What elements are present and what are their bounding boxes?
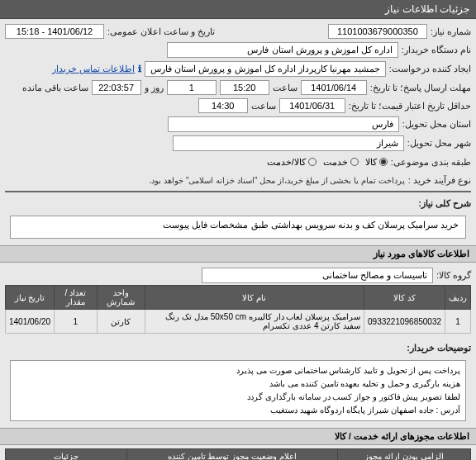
td-name: سرامیک پرسلان لعاب دار کالیبره 50x50 cm … [145, 310, 364, 334]
validity-label: حداقل تاریخ اعتبار قیمت؛ تا تاریخ: [349, 101, 471, 111]
td-qty: 1 [55, 310, 98, 334]
buyer-value: اداره کل اموزش و پرورش استان فارس [167, 42, 398, 58]
td-code: 0933221096850032 [364, 310, 445, 334]
process-label: نوع فرآیند خرید : [408, 175, 471, 186]
desc-box: خرید سرامیک پرسلان کف و بدنه سرویس بهداش… [10, 216, 466, 239]
time-label-2: ساعت [251, 101, 276, 111]
radio-goods[interactable]: کالا [365, 157, 388, 168]
need-number-label: شماره نیاز: [431, 26, 471, 37]
td-row: 1 [445, 310, 471, 334]
group-label: گروه کالا: [436, 270, 471, 281]
deadline-date: 1401/06/14 [301, 80, 367, 95]
need-number-value: 1101003679000350 [328, 24, 427, 39]
remain-time: 22:03:57 [92, 80, 141, 95]
announce-label: تاریخ و ساعت اعلان عمومی: [107, 26, 215, 37]
province-value: فارس [168, 116, 399, 132]
th-unit: واحد شمارش [97, 286, 145, 310]
auth-table: الزامی بودن ارائه مجوز اعلام وضعیت مجوز … [5, 448, 471, 460]
desc-label: شرح کلی نیاز: [418, 198, 471, 209]
creator-value: جمشید مهرنیا کارپرداز اداره کل اموزش و پ… [145, 61, 386, 77]
th-date: تاریخ نیاز [6, 286, 55, 310]
auth-section-header: اطلاعات مجوزهای ارائه خدمت / کالا [0, 428, 476, 445]
buyer-label: نام دستگاه خریدار: [402, 45, 471, 55]
contact-buyer-link[interactable]: اطلاعات تماس خریدار [52, 64, 135, 74]
radio-dot-icon [379, 158, 388, 166]
category-label: طبقه بندی موضوعی: [391, 157, 471, 168]
days-left: 1 [167, 80, 217, 95]
main-form: شماره نیاز: 1101003679000350 تاریخ و ساع… [0, 19, 476, 245]
deadline-time: 15:20 [220, 80, 269, 95]
page-title: جزئیات اطلاعات نیاز [385, 3, 469, 15]
radio-goods-service[interactable]: کالا/خدمت [267, 157, 317, 168]
page-header: جزئیات اطلاعات نیاز [0, 0, 476, 19]
buyer-notes-text: پرداخت پس از تحویل و تایید کارشناس ساختم… [236, 366, 460, 415]
th-status: اعلام وضعیت مجوز توسط تامین کننده [126, 449, 337, 461]
time-label-1: ساعت [273, 83, 298, 93]
validity-date: 1401/06/31 [279, 98, 345, 113]
creator-label: ایجاد کننده درخواست: [389, 64, 471, 74]
city-value: شیراز [173, 135, 404, 151]
items-table: ردیف کد کالا نام کالا واحد شمارش تعداد /… [5, 285, 471, 334]
th-row: ردیف [445, 286, 471, 310]
remain-label: ساعت باقی مانده [22, 83, 88, 93]
th-details: جزئیات [6, 449, 127, 461]
th-required: الزامی بودن ارائه مجوز [337, 449, 470, 461]
category-radio-group: کالا خدمت کالا/خدمت [267, 157, 388, 168]
th-code: کد کالا [364, 286, 445, 310]
deadline-label: مهلت ارسال پاسخ؛ تا تاریخ: [370, 83, 471, 93]
city-label: شهر محل تحویل: [407, 138, 471, 149]
info-icon: ℹ [138, 64, 141, 74]
items-section-header: اطلاعات کالاهای مورد نیاز [0, 245, 476, 263]
radio-dot-icon [308, 158, 317, 166]
group-value: تاسیسات و مصالح ساختمانی [202, 268, 433, 283]
validity-time: 14:30 [198, 98, 248, 113]
td-unit: کارتن [97, 310, 145, 334]
desc-text: خرید سرامیک پرسلان کف و بدنه سرویس بهداش… [163, 220, 459, 230]
radio-service[interactable]: خدمت [323, 157, 359, 168]
td-date: 1401/06/20 [6, 310, 55, 334]
announce-value: 1401/06/12 - 15:18 [5, 24, 104, 39]
buyer-notes-label: توضیحات خریدار: [407, 343, 471, 353]
day-label: روز و [145, 83, 164, 93]
th-name: نام کالا [145, 286, 364, 310]
th-qty: تعداد / مقدار [55, 286, 98, 310]
buyer-notes-box: پرداخت پس از تحویل و تایید کارشناس ساختم… [10, 360, 466, 421]
province-label: استان محل تحویل: [402, 119, 471, 130]
table-row: 1 0933221096850032 سرامیک پرسلان لعاب دا… [6, 310, 471, 334]
process-note: پرداخت تمام یا بخشی از مبلغ خرید،از محل … [150, 176, 405, 185]
radio-dot-icon [350, 158, 359, 166]
